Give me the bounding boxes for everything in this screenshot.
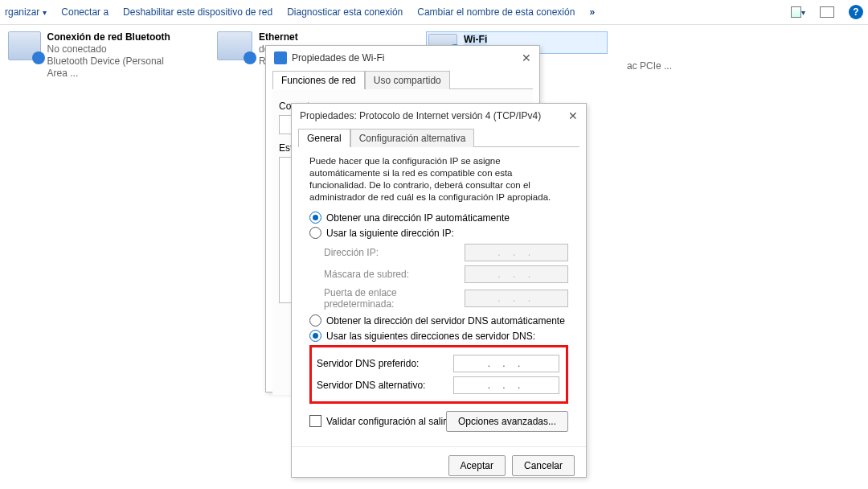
network-adapter-icon — [8, 31, 41, 60]
close-icon[interactable]: ✕ — [568, 109, 578, 122]
cancel-button[interactable]: Cancelar — [512, 455, 575, 476]
dns-preferred-label: Servidor DNS preferido: — [317, 358, 453, 369]
validate-checkbox[interactable] — [309, 415, 321, 427]
adapter-device-behind: ac PCIe ... — [627, 60, 672, 72]
tab-alternate-config[interactable]: Configuración alternativa — [350, 129, 475, 147]
ip-address-label: Dirección IP: — [324, 247, 465, 258]
toolbar-connect[interactable]: Conectar a — [61, 6, 108, 18]
radio-icon — [309, 212, 321, 224]
adapter-status: No conectado — [47, 43, 185, 55]
radio-icon — [309, 227, 321, 239]
adapter-bluetooth[interactable]: Conexión de red Bluetooth No conectado B… — [8, 31, 185, 80]
adapter-name: Ethernet — [259, 31, 298, 43]
radio-ip-manual[interactable]: Usar la siguiente dirección IP: — [309, 227, 568, 239]
wifi-icon — [274, 51, 287, 64]
radio-dns-auto[interactable]: Obtener la dirección del servidor DNS au… — [309, 314, 568, 327]
dns-alternate-input[interactable]: . . . — [453, 376, 559, 394]
radio-icon — [309, 330, 321, 342]
chevron-down-icon: ▾ — [43, 8, 47, 17]
adapter-name: Conexión de red Bluetooth — [47, 31, 185, 43]
adapter-name: Wi-Fi — [464, 34, 487, 46]
close-icon[interactable]: ✕ — [522, 51, 531, 64]
subnet-input: . . . — [465, 265, 568, 283]
radio-dns-manual[interactable]: Usar las siguientes direcciones de servi… — [309, 330, 568, 342]
gateway-input: . . . — [465, 290, 568, 307]
toolbar: rganizar▾ Conectar a Deshabilitar este d… — [0, 0, 868, 25]
gateway-label: Puerta de enlace predeterminada: — [324, 287, 465, 310]
dns-highlight-box: Servidor DNS preferido:. . . Servidor DN… — [309, 345, 568, 404]
view-large-icon[interactable]: ▾ — [791, 5, 805, 19]
radio-ip-auto[interactable]: Obtener una dirección IP automáticamente — [309, 212, 568, 224]
network-adapter-icon — [217, 31, 252, 60]
tab-general[interactable]: General — [298, 129, 350, 147]
toolbar-disable[interactable]: Deshabilitar este dispositivo de red — [123, 6, 272, 18]
view-details-icon[interactable] — [820, 5, 834, 19]
intro-text: Puede hacer que la configuración IP se a… — [309, 155, 568, 203]
help-icon[interactable]: ? — [849, 5, 863, 19]
tab-sharing[interactable]: Uso compartido — [365, 71, 450, 89]
advanced-button[interactable]: Opciones avanzadas... — [446, 411, 568, 432]
ipv4-properties-dialog: Propiedades: Protocolo de Internet versi… — [291, 103, 587, 478]
dns-preferred-input[interactable]: . . . — [453, 355, 559, 372]
toolbar-rename[interactable]: Cambiar el nombre de esta conexión — [417, 6, 575, 18]
validate-label: Validar configuración al salir — [326, 416, 446, 427]
dns-alternate-label: Servidor DNS alternativo: — [317, 380, 453, 391]
toolbar-organize[interactable]: rganizar▾ — [5, 6, 47, 18]
toolbar-diagnose[interactable]: Diagnosticar esta conexión — [287, 6, 403, 18]
radio-icon — [309, 314, 321, 327]
ok-button[interactable]: Aceptar — [448, 455, 506, 476]
ip-address-input: . . . — [465, 244, 568, 261]
adapter-device: Bluetooth Device (Personal Area ... — [47, 55, 185, 80]
dialog-title: Propiedades de Wi-Fi — [292, 52, 384, 64]
tab-network-functions[interactable]: Funciones de red — [272, 71, 365, 89]
subnet-label: Máscara de subred: — [324, 269, 465, 280]
toolbar-overflow[interactable]: » — [589, 6, 595, 18]
dialog-title: Propiedades: Protocolo de Internet versi… — [300, 110, 541, 121]
